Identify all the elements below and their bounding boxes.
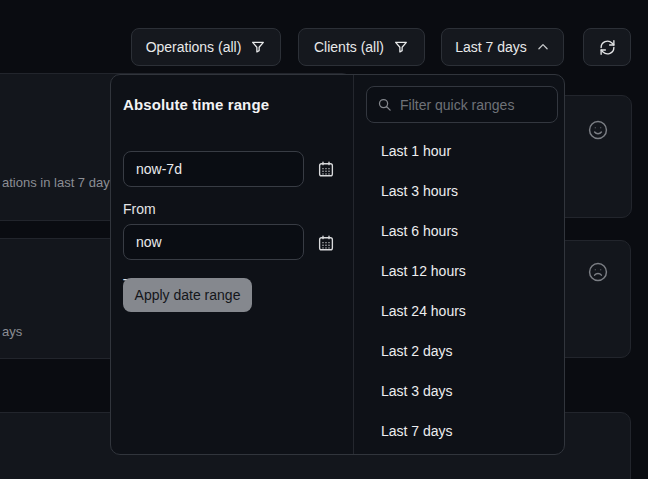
apply-date-range-button[interactable]: Apply date range (123, 278, 252, 312)
app-screen: ations in last 7 days ays Operations (0, 0, 648, 479)
clients-filter-button[interactable]: Clients (all) (298, 28, 425, 66)
from-calendar-button[interactable] (315, 158, 337, 180)
chevron-up-icon (536, 40, 550, 54)
clients-filter-label: Clients (all) (314, 39, 384, 55)
calendar-icon (317, 234, 335, 252)
quick-range-option[interactable]: Last 24 hours (354, 291, 564, 331)
quick-ranges-section: Last 1 hour Last 3 hours Last 6 hours La… (354, 75, 564, 454)
quick-range-search[interactable] (366, 86, 558, 123)
from-input[interactable] (123, 151, 304, 187)
smiley-face-icon (587, 119, 609, 141)
quick-range-option[interactable]: Last 7 days (354, 411, 564, 451)
stat-card-caption: ays (2, 324, 22, 339)
filter-funnel-icon (250, 39, 266, 55)
time-range-button[interactable]: Last 7 days (441, 28, 564, 66)
quick-range-option[interactable]: Last 3 days (354, 371, 564, 411)
time-range-picker-panel: Absolute time range From To (110, 74, 565, 455)
quick-range-option[interactable]: Last 3 hours (354, 171, 564, 211)
to-calendar-button[interactable] (315, 232, 337, 254)
operations-filter-button[interactable]: Operations (all) (131, 28, 281, 66)
time-range-label: Last 7 days (455, 39, 527, 55)
refresh-icon (599, 39, 616, 56)
from-label: From (123, 201, 156, 217)
quick-range-option[interactable]: Last 1 hour (354, 131, 564, 171)
to-input[interactable] (123, 224, 304, 260)
quick-range-list: Last 1 hour Last 3 hours Last 6 hours La… (354, 131, 564, 451)
quick-range-option[interactable]: Last 12 hours (354, 251, 564, 291)
filter-quick-ranges-input[interactable] (400, 97, 547, 113)
frowny-face-icon (587, 261, 609, 283)
filter-funnel-icon (393, 39, 409, 55)
absolute-time-range-heading: Absolute time range (123, 96, 269, 113)
operations-filter-label: Operations (all) (146, 39, 242, 55)
search-icon (377, 97, 392, 112)
calendar-icon (317, 160, 335, 178)
absolute-time-range-section: Absolute time range From To (111, 75, 354, 454)
quick-range-option[interactable]: Last 2 days (354, 331, 564, 371)
refresh-button[interactable] (583, 28, 631, 66)
stat-card-caption: ations in last 7 days (2, 175, 116, 190)
quick-range-option[interactable]: Last 6 hours (354, 211, 564, 251)
